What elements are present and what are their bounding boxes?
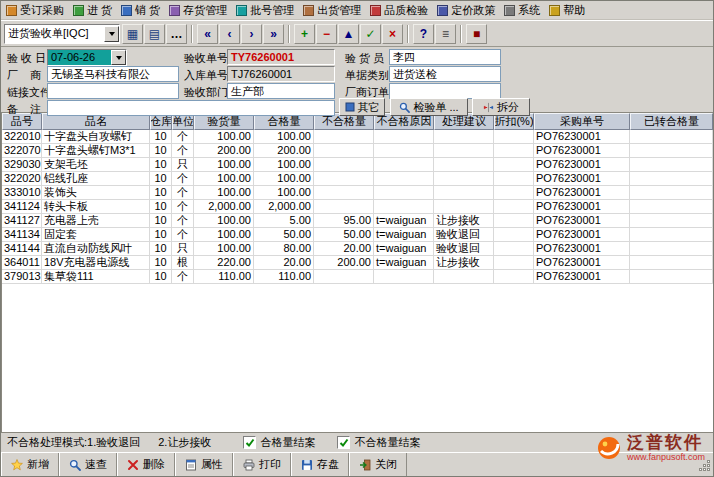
close-button[interactable]: 关闭 [349, 453, 407, 476]
doc-type-field[interactable]: 进货送检 [389, 66, 501, 82]
table-row[interactable]: 322070十字盘头螺钉M3*110个200.00200.00PO7623000… [2, 144, 713, 158]
cell-fail-qty [314, 200, 374, 213]
more-button[interactable]: … [166, 24, 187, 44]
cell-warehouse: 10 [150, 256, 172, 269]
more-icon: … [171, 28, 183, 40]
cell-discount [494, 144, 534, 157]
table-row[interactable]: 341144直流自动防线风叶10只100.0080.0020.00t=waigu… [2, 242, 713, 256]
print-list-button[interactable]: ≡ [435, 24, 456, 44]
vendor-field[interactable]: 无锡圣马科技有限公 [47, 66, 179, 82]
add-record-button[interactable]: + [294, 24, 315, 44]
cell-pass-qty: 100.00 [254, 172, 314, 185]
form-view-button[interactable]: ▤ [144, 24, 165, 44]
checkbox-fail-qty-closed[interactable]: 不合格量结案 [337, 435, 420, 450]
inspect-sheet-button[interactable]: 检验单 ... [390, 98, 468, 116]
brand-flame-icon [596, 435, 622, 461]
table-row[interactable]: 341124转头卡板10个2,000.002,000.00PO76230001 [2, 200, 713, 214]
query-button[interactable]: ? [413, 24, 434, 44]
properties-button[interactable]: 属性 [175, 453, 233, 476]
menu-item-sales[interactable]: 销 货 [118, 2, 165, 19]
other-button[interactable]: 其它 [339, 98, 385, 116]
chevron-down-icon[interactable] [104, 26, 119, 42]
menu-item-order-purchase[interactable]: 受订采购 [3, 2, 69, 19]
table-row[interactable]: 341134固定套10个100.0050.0050.00t=waiguan验收退… [2, 228, 713, 242]
cell-warehouse: 10 [150, 186, 172, 199]
delete-record-button[interactable]: − [316, 24, 337, 44]
cell-transferred-qty [630, 242, 713, 255]
table-row[interactable]: 36401118V充电器电源线10根220.0020.00200.00t=wai… [2, 256, 713, 270]
vendor-order-field[interactable] [389, 83, 501, 99]
prev-record-button[interactable]: ‹ [219, 24, 240, 44]
column-header-po-no[interactable]: 采购单号 [534, 113, 630, 130]
cell-transferred-qty [630, 130, 713, 143]
first-record-button[interactable]: « [197, 24, 218, 44]
menu-item-label: 品质检验 [384, 3, 428, 18]
checkbox-label: 不合格量结案 [354, 435, 420, 450]
split-button[interactable]: 拆分 [472, 98, 530, 116]
table-row[interactable]: 322020铝线孔座10个100.00100.00PO76230001 [2, 172, 713, 186]
receive-date-field[interactable]: 07-06-26 [47, 49, 127, 66]
cell-item-name: 充电器上壳 [42, 214, 150, 227]
menu-item-pricing[interactable]: 定价政策 [434, 2, 500, 19]
delete-icon [127, 459, 139, 471]
cell-po-no: PO76230001 [534, 172, 630, 185]
table-row[interactable]: 341127充电器上壳10个100.005.0095.00t=waiguan让步… [2, 214, 713, 228]
menu-item-system[interactable]: 系统 [501, 2, 545, 19]
cell-pass-qty: 5.00 [254, 214, 314, 227]
save-button[interactable]: 存盘 [291, 453, 349, 476]
column-header-transferred-qty[interactable]: 已转合格量 [630, 113, 713, 130]
table-row[interactable]: 333010装饰头10个100.00100.00PO76230001 [2, 186, 713, 200]
button-label: 属性 [201, 457, 223, 472]
menu-item-help[interactable]: 帮助 [546, 2, 590, 19]
menu-item-batch[interactable]: 批号管理 [233, 2, 299, 19]
brand-logo: 泛普软件 www.fanpusoft.com [596, 434, 705, 463]
checkbox-pass-qty-closed[interactable]: 合格量结案 [243, 435, 315, 450]
new-button[interactable]: 新增 [1, 453, 59, 476]
menu-item-incoming[interactable]: 进 货 [70, 2, 117, 19]
post-record-icon: ✓ [365, 28, 375, 40]
menu-item-label: 受订采购 [20, 3, 64, 18]
note-field[interactable] [47, 100, 335, 116]
dept-field[interactable]: 生产部 [227, 83, 335, 99]
inspector-field[interactable]: 李四 [389, 49, 501, 65]
button-label: 关闭 [375, 457, 397, 472]
grid-view-icon: ▦ [127, 28, 138, 40]
delete-button[interactable]: 删除 [117, 453, 175, 476]
checkbox-pass-qty-closed-box[interactable] [243, 436, 256, 449]
cell-item-no: 379013 [2, 270, 42, 283]
post-record-button[interactable]: ✓ [360, 24, 381, 44]
cell-transferred-qty [630, 186, 713, 199]
link-file-field[interactable] [47, 83, 179, 99]
table-row[interactable]: 379013集草袋11110个110.00110.00PO76230001 [2, 270, 713, 284]
next-record-button[interactable]: › [241, 24, 262, 44]
resize-grip[interactable] [698, 459, 711, 474]
cell-po-no: PO76230001 [534, 144, 630, 157]
grid-view-button[interactable]: ▦ [122, 24, 143, 44]
table-row[interactable]: 322010十字盘头自攻螺钉10个100.00100.00PO76230001 [2, 130, 713, 144]
fail-mode-text-2: 2.让步接收 [158, 435, 211, 450]
table-row[interactable]: 329030支架毛坯10只100.00100.00PO76230001 [2, 158, 713, 172]
cell-warehouse: 10 [150, 270, 172, 283]
calendar-dropdown-icon[interactable] [111, 50, 126, 65]
menu-item-inventory[interactable]: 存货管理 [166, 2, 232, 19]
items-grid: 品号品名仓库单位验货量合格量不合格量不合格原因处理建议折扣(%)采购单号已转合格… [1, 113, 713, 432]
cell-inspect-qty: 100.00 [194, 186, 254, 199]
menu-item-quality[interactable]: 品质检验 [367, 2, 433, 19]
print-button[interactable]: 打印 [233, 453, 291, 476]
exit-button[interactable]: ■ [466, 24, 487, 44]
cell-suggestion [434, 144, 494, 157]
cell-unit: 只 [172, 242, 194, 255]
cell-item-name: 铝线孔座 [42, 172, 150, 185]
document-type-combo[interactable]: 进货验收单[IQC] [4, 24, 120, 44]
edit-record-button[interactable]: ▲ [338, 24, 359, 44]
menu-item-label: 销 货 [135, 3, 160, 18]
menu-item-shipment[interactable]: 出货管理 [300, 2, 366, 19]
main-toolbar: 进货验收单[IQC] ▦▤…«‹›»+−▲✓×?≡■ [1, 20, 713, 47]
cell-unit: 个 [172, 228, 194, 241]
system-icon [504, 5, 515, 16]
cancel-edit-button[interactable]: × [382, 24, 403, 44]
last-record-button[interactable]: » [263, 24, 284, 44]
checkbox-fail-qty-closed-box[interactable] [337, 436, 350, 449]
quick-search-button[interactable]: 速查 [59, 453, 117, 476]
cell-item-name: 18V充电器电源线 [42, 256, 150, 269]
